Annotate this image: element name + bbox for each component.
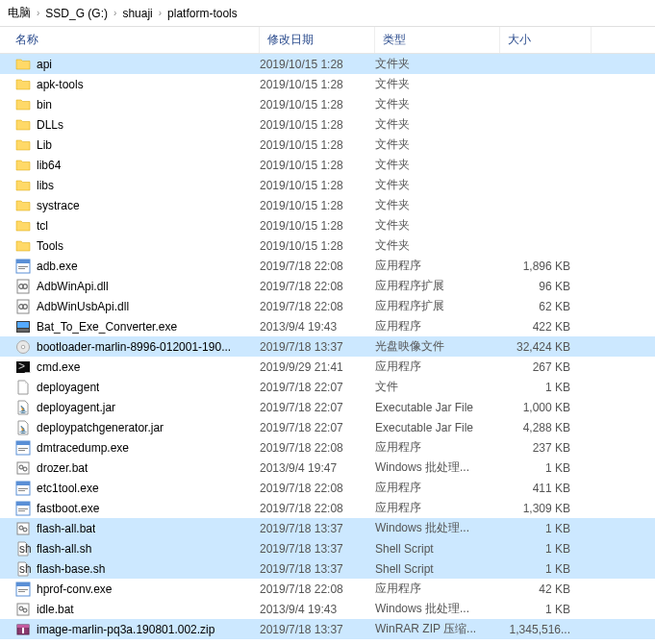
file-type: 应用程序 xyxy=(375,318,500,334)
file-date: 2019/7/18 13:37 xyxy=(260,522,375,535)
column-header-size[interactable]: 大小 xyxy=(500,27,592,53)
file-type: Shell Script xyxy=(375,542,500,556)
svg-rect-33 xyxy=(18,510,25,511)
file-row[interactable]: DLLs2019/10/15 1:28文件夹 xyxy=(0,114,655,135)
file-size: 1,896 KB xyxy=(500,260,592,273)
breadcrumb-item[interactable]: platform-tools xyxy=(167,7,238,20)
file-type: Executable Jar File xyxy=(375,421,500,434)
file-row[interactable]: Tools2019/10/15 1:28文件夹 xyxy=(0,235,655,256)
svg-rect-48 xyxy=(22,628,24,633)
file-row[interactable]: Lib2019/10/15 1:28文件夹 xyxy=(0,135,655,155)
file-row[interactable]: AdbWinApi.dll2019/7/18 22:08应用程序扩展96 KB xyxy=(0,276,655,296)
folder-icon xyxy=(15,178,31,193)
file-date: 2019/7/18 22:08 xyxy=(260,300,375,313)
file-name: bootloader-marlin-8996-012001-190... xyxy=(37,340,231,354)
svg-rect-28 xyxy=(18,488,28,489)
svg-rect-3 xyxy=(18,268,25,269)
svg-rect-32 xyxy=(18,508,28,509)
file-row[interactable]: idle.bat2013/9/4 19:43Windows 批处理...1 KB xyxy=(0,599,655,619)
file-date: 2019/7/18 22:08 xyxy=(260,441,375,455)
file-row[interactable]: shflash-all.sh2019/7/18 13:37Shell Scrip… xyxy=(0,538,655,558)
jar-icon xyxy=(15,420,31,435)
file-row[interactable]: bootloader-marlin-8996-012001-190...2019… xyxy=(0,336,655,357)
file-date: 2019/10/15 1:28 xyxy=(260,179,375,192)
file-date: 2019/7/18 22:08 xyxy=(260,260,375,273)
file-size: 1 KB xyxy=(500,381,592,394)
breadcrumb-item[interactable]: shuaji xyxy=(122,7,152,20)
file-row[interactable]: dmtracedump.exe2019/7/18 22:08应用程序237 KB xyxy=(0,437,655,458)
file-type: 文件夹 xyxy=(375,197,500,213)
file-date: 2019/7/18 13:37 xyxy=(260,340,375,354)
svg-rect-20 xyxy=(16,441,30,445)
file-row[interactable]: bin2019/10/15 1:28文件夹 xyxy=(0,94,655,114)
chevron-right-icon: › xyxy=(37,8,39,18)
svg-rect-41 xyxy=(18,589,28,590)
file-date: 2019/7/18 22:08 xyxy=(260,502,375,515)
dll-icon xyxy=(15,279,31,294)
file-row[interactable]: deploypatchgenerator.jar2019/7/18 22:07E… xyxy=(0,417,655,437)
column-header-date[interactable]: 修改日期 xyxy=(260,27,375,53)
file-type: 应用程序 xyxy=(375,258,500,274)
file-date: 2013/9/4 19:43 xyxy=(260,603,375,616)
file-name: Bat_To_Exe_Converter.exe xyxy=(37,320,177,334)
folder-icon xyxy=(15,158,31,173)
file-row[interactable]: apk-tools2019/10/15 1:28文件夹 xyxy=(0,74,655,94)
file-row[interactable]: image-marlin-pq3a.190801.002.zip2019/7/1… xyxy=(0,619,655,639)
file-name: lib64 xyxy=(37,159,61,172)
file-row[interactable]: deployagent.jar2019/7/18 22:07Executable… xyxy=(0,397,655,417)
file-name: flash-all.bat xyxy=(37,522,95,535)
svg-rect-12 xyxy=(17,329,29,332)
file-date: 2019/10/15 1:28 xyxy=(260,118,375,132)
file-name: DLLs xyxy=(37,118,63,132)
folder-icon xyxy=(15,198,31,213)
file-row[interactable]: drozer.bat2013/9/4 19:47Windows 批处理...1 … xyxy=(0,458,655,478)
file-date: 2019/10/15 1:28 xyxy=(260,239,375,253)
file-date: 2019/7/18 22:07 xyxy=(260,401,375,414)
file-row[interactable]: AdbWinUsbApi.dll2019/7/18 22:08应用程序扩展62 … xyxy=(0,296,655,316)
file-date: 2019/10/15 1:28 xyxy=(260,58,375,71)
breadcrumb-item[interactable]: SSD_G (G:) xyxy=(45,7,108,20)
column-header-type[interactable]: 类型 xyxy=(375,27,500,53)
file-type: WinRAR ZIP 压缩... xyxy=(375,621,500,637)
file-row[interactable]: etc1tool.exe2019/7/18 22:08应用程序411 KB xyxy=(0,478,655,498)
breadcrumb[interactable]: 电脑› SSD_G (G:)› shuaji› platform-tools xyxy=(0,0,655,27)
file-size: 1 KB xyxy=(500,522,592,535)
svg-rect-31 xyxy=(16,502,30,506)
file-row[interactable]: hprof-conv.exe2019/7/18 22:08应用程序42 KB xyxy=(0,579,655,599)
file-date: 2019/10/15 1:28 xyxy=(260,138,375,152)
column-header-name[interactable]: 名称 xyxy=(0,27,260,53)
breadcrumb-item[interactable]: 电脑 xyxy=(8,5,31,21)
file-icon xyxy=(15,380,31,395)
file-row[interactable]: systrace2019/10/15 1:28文件夹 xyxy=(0,195,655,215)
file-name: drozer.bat xyxy=(37,461,88,475)
file-row[interactable]: fastboot.exe2019/7/18 22:08应用程序1,309 KB xyxy=(0,498,655,518)
exe-icon xyxy=(15,259,31,274)
exe-ico-icon xyxy=(15,319,31,334)
file-row[interactable]: deployagent2019/7/18 22:07文件1 KB xyxy=(0,377,655,397)
file-name: deploypatchgenerator.jar xyxy=(37,421,164,434)
file-row[interactable]: adb.exe2019/7/18 22:08应用程序1,896 KB xyxy=(0,256,655,276)
file-row[interactable]: libs2019/10/15 1:28文件夹 xyxy=(0,175,655,195)
svg-rect-21 xyxy=(18,448,28,449)
file-size: 1 KB xyxy=(500,603,592,616)
file-row[interactable]: tcl2019/10/15 1:28文件夹 xyxy=(0,215,655,235)
file-type: 文件夹 xyxy=(375,76,500,92)
file-name: AdbWinUsbApi.dll xyxy=(37,300,129,313)
file-row[interactable]: Bat_To_Exe_Converter.exe2013/9/4 19:43应用… xyxy=(0,316,655,336)
file-row[interactable]: shflash-base.sh2019/7/18 13:37Shell Scri… xyxy=(0,558,655,579)
exe-icon xyxy=(15,440,31,456)
file-size: 1,345,516... xyxy=(500,623,592,636)
file-size: 1 KB xyxy=(500,461,592,475)
file-row[interactable]: >_cmd.exe2019/9/29 21:41应用程序267 KB xyxy=(0,357,655,377)
file-row[interactable]: lib642019/10/15 1:28文件夹 xyxy=(0,155,655,175)
file-type: Windows 批处理... xyxy=(375,459,500,476)
file-type: 文件夹 xyxy=(375,217,500,234)
file-row[interactable]: api2019/10/15 1:28文件夹 xyxy=(0,54,655,74)
file-list: api2019/10/15 1:28文件夹apk-tools2019/10/15… xyxy=(0,54,655,639)
file-name: Lib xyxy=(37,138,52,152)
bat-icon xyxy=(15,602,31,617)
file-type: 应用程序 xyxy=(375,581,500,597)
exe-icon xyxy=(15,481,31,496)
file-row[interactable]: flash-all.bat2019/7/18 13:37Windows 批处理.… xyxy=(0,518,655,538)
file-name: bin xyxy=(37,98,52,111)
